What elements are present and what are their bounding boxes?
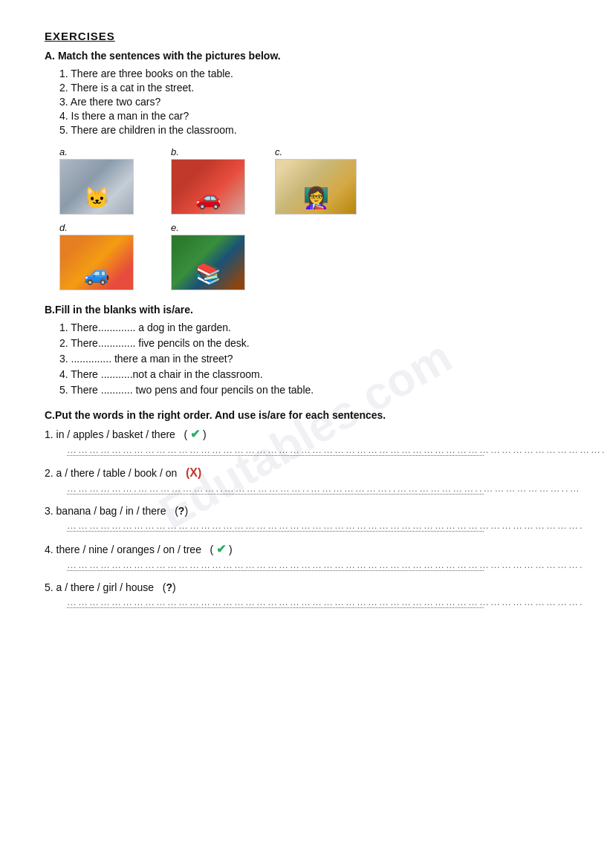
- exercise-c-item-5: 5. a / there / girl / house (?) ………………………: [45, 581, 565, 608]
- section-a-title: A. Match the sentences with the pictures…: [45, 50, 565, 62]
- item-num: 4.: [45, 544, 53, 555]
- item-words: banana / bag / in / there: [56, 505, 166, 517]
- list-item: 4. Is there a man in the car?: [59, 110, 565, 122]
- exercise-c-line-5: 5. a / there / girl / house (?): [45, 581, 565, 593]
- item-num: 2.: [45, 467, 53, 479]
- item-num: 1.: [45, 428, 53, 440]
- answer-line-5: ……………………………………………………………………………………………………………: [67, 596, 484, 608]
- image-label-b: b.: [171, 146, 179, 157]
- image-label-d: d.: [59, 222, 68, 233]
- exercise-c-line-4: 4. there / nine / oranges / on / tree ( …: [45, 542, 565, 556]
- list-item: 3. Are there two cars?: [59, 96, 565, 108]
- image-item-a: a.: [59, 146, 134, 215]
- answer-line-2: ……………….…………………..…………………..…………………..…………………: [67, 483, 484, 495]
- question-icon: ?: [178, 505, 185, 517]
- image-item-d: d.: [59, 222, 134, 290]
- section-a: A. Match the sentences with the pictures…: [45, 50, 565, 290]
- list-item: 4. There ...........not a chair in the c…: [59, 368, 565, 380]
- image-item-e: e.: [171, 222, 245, 290]
- exercise-c-item-2: 2. a / there / table / book / on (X) …………: [45, 466, 565, 495]
- answer-line-3: ……………………………………………………………………………………………………………: [67, 520, 484, 532]
- image-label-e: e.: [171, 222, 179, 233]
- image-two-cars: [59, 235, 134, 290]
- answer-line-1: ……………………………………………………………………………………………………………: [67, 444, 484, 456]
- image-label-c: c.: [275, 146, 282, 157]
- page-title: EXERCISES: [45, 30, 565, 42]
- image-item-c: c.: [275, 146, 357, 215]
- list-item: 5. There ........... two pens and four p…: [59, 384, 565, 396]
- exercise-c-line-2: 2. a / there / table / book / on (X): [45, 466, 565, 480]
- sentence-list: 1. There are three books on the table. 2…: [59, 68, 565, 136]
- image-classroom: [275, 159, 357, 215]
- section-c-title: C.Put the words in the right order. And …: [45, 409, 565, 421]
- exercise-c-line-1: 1. in / apples / basket / there ( ✔ ): [45, 427, 565, 441]
- section-c: C.Put the words in the right order. And …: [45, 409, 565, 608]
- section-b: B.Fill in the blanks with is/are. 1. The…: [45, 304, 565, 396]
- blank-list: 1. There............. a dog in the garde…: [59, 322, 565, 396]
- item-words: a / there / table / book / on: [56, 467, 178, 479]
- list-item: 1. There are three books on the table.: [59, 68, 565, 79]
- item-num: 5.: [45, 581, 53, 593]
- exercise-c-item-3: 3. banana / bag / in / there (?) ……………………: [45, 505, 565, 532]
- exercise-c-item-1: 1. in / apples / basket / there ( ✔ ) ………: [45, 427, 565, 456]
- exercise-c-line-3: 3. banana / bag / in / there (?): [45, 505, 565, 517]
- item-words: a / there / girl / house: [56, 581, 155, 593]
- image-cat: [59, 159, 134, 215]
- images-row-2: d. e.: [59, 222, 565, 290]
- item-words: in / apples / basket / there: [56, 428, 175, 440]
- section-b-title: B.Fill in the blanks with is/are.: [45, 304, 565, 316]
- list-item: 2. There is a cat in the street.: [59, 82, 565, 94]
- images-row-1: a. b. c.: [59, 146, 565, 215]
- list-item: 5. There are children in the classroom.: [59, 124, 565, 136]
- answer-line-4: ……………………………………………………………………………………………………………: [67, 559, 484, 571]
- check-icon: ✔: [190, 428, 200, 440]
- cross-icon: (X): [186, 466, 201, 479]
- item-words: there / nine / oranges / on / tree: [56, 544, 201, 555]
- question-icon-2: ?: [166, 581, 172, 593]
- list-item: 2. There............. five pencils on th…: [59, 337, 565, 349]
- list-item: 3. .............. there a man in the str…: [59, 353, 565, 365]
- image-car-man: [171, 159, 245, 215]
- item-num: 3.: [45, 505, 53, 517]
- exercise-c-item-4: 4. there / nine / oranges / on / tree ( …: [45, 542, 565, 571]
- check-icon-2: ✔: [216, 543, 226, 555]
- image-label-a: a.: [59, 146, 68, 157]
- image-books: [171, 235, 245, 290]
- list-item: 1. There............. a dog in the garde…: [59, 322, 565, 333]
- image-item-b: b.: [171, 146, 245, 215]
